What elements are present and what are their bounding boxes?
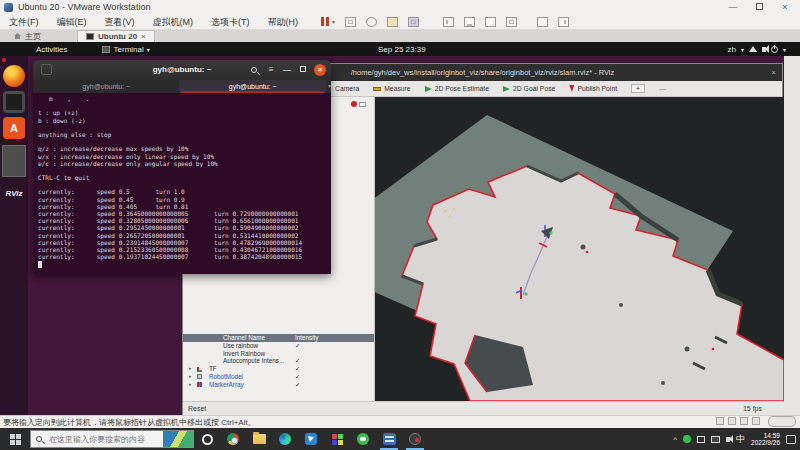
tray-expand-icon[interactable]: ^	[673, 435, 677, 444]
pose-estimate-tool[interactable]: 2D Pose Estimate	[425, 85, 489, 92]
weather-widget-icon[interactable]	[163, 431, 193, 448]
topbar-status-area[interactable]: zh ▾ ▾	[728, 42, 786, 56]
revert-snapshot-icon[interactable]	[387, 17, 398, 27]
tab-ubuntu20[interactable]: Ubuntu 20 ×	[77, 30, 155, 42]
tab-home[interactable]: 主页	[6, 30, 49, 42]
tab-close-icon[interactable]: ×	[141, 32, 146, 41]
display-row-value[interactable]: ✓	[295, 357, 300, 365]
edge-icon[interactable]	[272, 428, 298, 450]
reset-button[interactable]: Reset	[188, 405, 206, 412]
expander-icon[interactable]: ▸	[189, 381, 192, 389]
tim-icon[interactable]	[298, 428, 324, 450]
restore-window-size-button[interactable]	[768, 416, 796, 427]
terminal-dock-icon[interactable]	[3, 91, 25, 113]
pause-dropdown-icon[interactable]: ▾	[332, 18, 335, 25]
action-center-icon[interactable]	[786, 435, 796, 444]
rviz-3d-view[interactable]	[375, 97, 784, 401]
vmware-menu-item-3[interactable]: 虚拟机(M)	[144, 14, 203, 30]
rviz-close-icon[interactable]: ×	[772, 64, 776, 81]
vmware-menu-item-4[interactable]: 选项卡(T)	[202, 14, 259, 30]
pause-vm-button[interactable]: ▾	[321, 17, 335, 26]
network-device-icon[interactable]	[740, 417, 748, 425]
terminal-line: currently: speed 0.36450000000000005 tur…	[38, 210, 331, 217]
display-row[interactable]: ▸RobotModel✓	[183, 373, 374, 381]
clock-label[interactable]: Sep 25 23:39	[378, 45, 426, 54]
terminal-output[interactable]: m , .t : up (+z)b : down (-z)anything el…	[33, 93, 331, 274]
expander-icon[interactable]: ▸	[189, 373, 192, 381]
ubuntu-software-icon[interactable]: A	[3, 117, 25, 139]
display-row-value[interactable]: ✓	[295, 381, 300, 389]
terminal-minimize-button[interactable]: —	[281, 64, 293, 76]
rviz-dock-icon[interactable]: RViz	[3, 183, 25, 205]
display-row-value[interactable]: ✓	[295, 365, 300, 373]
send-ctrl-alt-del-icon[interactable]	[345, 17, 356, 27]
antivirus-tray-icon[interactable]	[683, 435, 691, 443]
thumbnail-bar-icon[interactable]	[464, 17, 475, 27]
search-icon[interactable]	[251, 67, 257, 73]
search-input[interactable]	[49, 435, 149, 444]
firefox-icon[interactable]	[3, 65, 25, 87]
vmware-menu-item-5[interactable]: 帮助(H)	[259, 14, 308, 30]
fullscreen-icon[interactable]	[485, 17, 496, 27]
photos-icon[interactable]	[324, 428, 350, 450]
stretch-guest-icon[interactable]	[537, 17, 548, 27]
add-tool-button[interactable]: +	[631, 84, 645, 93]
display-row-value[interactable]: ✓	[295, 373, 300, 381]
window-preview-thumbnail[interactable]	[2, 145, 26, 177]
library-panel-icon[interactable]	[443, 17, 454, 27]
expander-icon[interactable]: ▸	[189, 365, 192, 373]
hdd-device-icon[interactable]	[716, 417, 724, 425]
cortana-icon[interactable]	[194, 428, 220, 450]
tab-list-caret-icon[interactable]: ▾	[328, 80, 331, 93]
snapshot-clock-icon[interactable]	[366, 17, 377, 27]
sound-device-icon[interactable]	[752, 417, 760, 425]
publish-point-label: Publish Point	[577, 85, 617, 92]
slam-map-canvas[interactable]	[375, 97, 784, 401]
new-tab-button[interactable]	[41, 64, 52, 75]
goal-pose-tool[interactable]: 2D Goal Pose	[503, 85, 555, 92]
manage-snapshots-icon[interactable]	[408, 17, 419, 27]
display-row-value[interactable]: Intensity	[295, 334, 318, 342]
tray-app-icon[interactable]	[697, 436, 705, 443]
activities-button[interactable]: Activities	[36, 45, 68, 54]
taskbar-search[interactable]	[30, 430, 194, 448]
display-row[interactable]: ▸MarkerArray✓	[183, 381, 374, 389]
chrome-icon[interactable]	[220, 428, 246, 450]
close-button[interactable]: ×	[774, 1, 796, 13]
vmware-menu-item-1[interactable]: 编辑(E)	[48, 14, 96, 30]
input-method-indicator[interactable]: zh	[728, 45, 736, 54]
ime-indicator[interactable]: 中	[736, 433, 745, 446]
wechat-icon[interactable]	[350, 428, 376, 450]
app-menu-button[interactable]: Terminal	[114, 45, 144, 54]
vmware-menu-item-2[interactable]: 查看(V)	[96, 14, 144, 30]
console-settings-icon[interactable]	[558, 17, 569, 27]
toolbar-drag-handle[interactable]: —	[659, 85, 666, 92]
hamburger-menu-icon[interactable]: ≡	[265, 64, 277, 76]
terminal-close-button[interactable]: ×	[314, 64, 326, 76]
measure-tool[interactable]: Measure	[373, 85, 410, 92]
display-row-value[interactable]: ✓	[295, 342, 300, 350]
minimize-button[interactable]: —	[722, 1, 744, 13]
terminal-tab-1[interactable]: gyh@ubuntu: ~	[33, 80, 179, 93]
move-camera-tool[interactable]: Camera	[335, 85, 359, 92]
terminal-maximize-button[interactable]	[297, 64, 309, 76]
display-row[interactable]: Invert Rainbow	[183, 350, 374, 358]
vmware-menu-item-0[interactable]: 文件(F)	[0, 14, 48, 30]
volume-tray-icon[interactable]	[726, 437, 730, 442]
cd-device-icon[interactable]	[728, 417, 736, 425]
vmware-taskbar-icon[interactable]	[376, 428, 402, 450]
terminal-titlebar[interactable]: gyh@ubuntu: ~ ≡ — ×	[33, 60, 331, 80]
start-button[interactable]	[0, 428, 30, 450]
unity-mode-icon[interactable]	[506, 17, 517, 27]
taskbar-clock[interactable]: 14:59 2022/9/26	[751, 432, 780, 447]
display-row[interactable]: Channel NameIntensity	[183, 334, 374, 342]
file-explorer-icon[interactable]	[246, 428, 272, 450]
terminal-tab-2[interactable]: gyh@ubuntu: ~	[179, 80, 325, 93]
screen-recorder-icon[interactable]	[402, 428, 428, 450]
publish-point-tool[interactable]: Publish Point	[569, 85, 617, 92]
display-row[interactable]: Use rainbow✓	[183, 342, 374, 350]
display-tray-icon[interactable]	[711, 436, 720, 443]
maximize-button[interactable]	[748, 1, 770, 13]
display-row[interactable]: ▸TF✓	[183, 365, 374, 373]
display-row[interactable]: Autocompute Intens...✓	[183, 357, 374, 365]
